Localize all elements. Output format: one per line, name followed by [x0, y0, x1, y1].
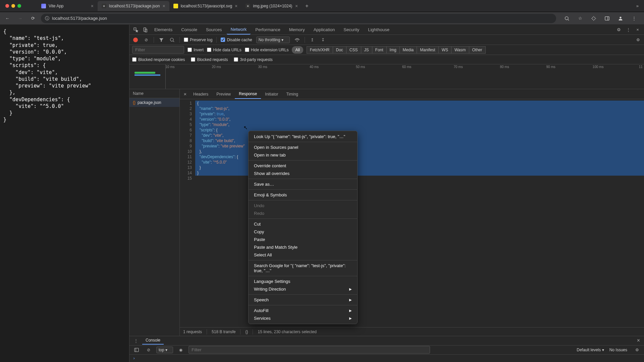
tab-img-jpeg[interactable]: ★ img.jpeg (1024×1024) ×: [241, 1, 302, 11]
ctx-paste[interactable]: Paste: [249, 236, 357, 243]
log-levels-select[interactable]: Default levels ▾: [577, 348, 604, 352]
live-expression-icon[interactable]: ◉: [176, 346, 185, 354]
blocked-requests-checkbox[interactable]: Blocked requests: [191, 57, 228, 62]
ctx-autofill[interactable]: AutoFill▶: [249, 307, 357, 314]
detail-tab-initiator[interactable]: Initiator: [261, 90, 282, 99]
profile-icon[interactable]: [616, 14, 625, 23]
network-conditions-icon[interactable]: [294, 37, 301, 43]
ctx-open-sources[interactable]: Open in Sources panel: [249, 143, 357, 151]
tab-network[interactable]: Network: [227, 25, 251, 35]
filter-type-ws[interactable]: WS: [438, 46, 451, 54]
tab-console[interactable]: Console: [177, 25, 201, 34]
zoom-icon[interactable]: [562, 14, 572, 23]
detail-tab-timing[interactable]: Timing: [282, 90, 302, 99]
record-button[interactable]: [132, 37, 139, 43]
expand-tabs-icon[interactable]: »: [634, 3, 641, 8]
tab-lighthouse[interactable]: Lighthouse: [364, 25, 393, 34]
search-icon[interactable]: [169, 37, 175, 43]
device-icon[interactable]: [141, 25, 150, 34]
column-name[interactable]: Name: [129, 89, 179, 98]
console-filter-input[interactable]: [189, 346, 430, 354]
page-content[interactable]: { "name": "test-js", "private": true, "v…: [0, 25, 129, 362]
upload-har-icon[interactable]: ↥: [309, 37, 316, 43]
tab-javascript-svg[interactable]: localhost:5173/javascript.svg ×: [169, 1, 242, 11]
ctx-writing[interactable]: Writing Direction▶: [249, 285, 357, 293]
filter-type-css[interactable]: CSS: [346, 46, 361, 54]
console-settings-icon[interactable]: ⚙: [633, 346, 641, 354]
filter-input[interactable]: [132, 46, 184, 54]
detail-tab-response[interactable]: Response: [235, 89, 261, 99]
filter-type-fetch[interactable]: Fetch/XHR: [307, 46, 333, 54]
window-minimize[interactable]: [11, 4, 15, 8]
close-drawer-icon[interactable]: ×: [635, 338, 642, 344]
ctx-open-tab[interactable]: Open in new tab: [249, 151, 357, 159]
console-clear-icon[interactable]: ⊘: [144, 346, 153, 354]
hide-extension-urls-checkbox[interactable]: Hide extension URLs: [245, 48, 289, 52]
tab-memory[interactable]: Memory: [285, 25, 309, 34]
ctx-lookup[interactable]: Look Up "{ "name": "test-js", "private":…: [249, 133, 357, 140]
invert-checkbox[interactable]: Invert: [187, 48, 204, 52]
request-item[interactable]: {} package.json: [129, 98, 179, 107]
preserve-log-checkbox[interactable]: Preserve log: [184, 38, 212, 42]
ctx-search-google[interactable]: Search Google for "{ "name": "test-js", …: [249, 262, 357, 275]
new-tab-button[interactable]: +: [302, 3, 312, 9]
ctx-speech[interactable]: Speech▶: [249, 296, 357, 304]
tab-vite-app[interactable]: Vite App ×: [37, 1, 98, 11]
blocked-cookies-checkbox[interactable]: Blocked response cookies: [132, 57, 185, 62]
tab-sources[interactable]: Sources: [202, 25, 226, 34]
filter-type-img[interactable]: Img: [386, 46, 399, 54]
throttle-select[interactable]: No throttling ▾: [256, 37, 290, 43]
filter-icon[interactable]: [158, 37, 165, 43]
nav-forward-button[interactable]: →: [15, 14, 25, 23]
filter-type-media[interactable]: Media: [399, 46, 417, 54]
tab-elements[interactable]: Elements: [150, 25, 176, 34]
ctx-emoji[interactable]: Emoji & Symbols: [249, 191, 357, 199]
ctx-paste-match[interactable]: Paste and Match Style: [249, 243, 357, 251]
more-icon[interactable]: ⋮: [624, 25, 633, 34]
console-context-select[interactable]: top ▾: [156, 347, 173, 353]
ctx-language[interactable]: Language Settings: [249, 278, 357, 285]
console-prompt[interactable]: ›: [129, 355, 644, 362]
filter-type-doc[interactable]: Doc: [333, 46, 346, 54]
tab-package-json[interactable]: ★ localhost:5173/package.json ×: [98, 1, 169, 11]
console-sidebar-icon[interactable]: [132, 346, 141, 354]
filter-type-js[interactable]: JS: [361, 46, 372, 54]
extensions-icon[interactable]: [589, 14, 598, 23]
close-icon[interactable]: ×: [91, 3, 94, 9]
ctx-cut[interactable]: Cut: [249, 220, 357, 228]
ctx-select-all[interactable]: Select All: [249, 251, 357, 259]
download-har-icon[interactable]: ↧: [320, 37, 326, 43]
filter-type-wasm[interactable]: Wasm: [451, 46, 469, 54]
drawer-tab-console[interactable]: Console: [142, 337, 164, 345]
menu-icon[interactable]: ⋮: [629, 14, 639, 23]
issues-count[interactable]: No Issues: [609, 348, 627, 352]
close-devtools-icon[interactable]: ×: [633, 25, 642, 34]
detail-tab-headers[interactable]: Headers: [189, 90, 212, 99]
ctx-copy[interactable]: Copy: [249, 228, 357, 236]
hide-data-urls-checkbox[interactable]: Hide data URLs: [207, 48, 241, 52]
clear-icon[interactable]: ⊘: [143, 37, 150, 43]
nav-back-button[interactable]: ←: [3, 14, 12, 23]
drawer-more-icon[interactable]: ⋮: [131, 336, 140, 345]
reload-button[interactable]: ⟳: [28, 14, 38, 23]
inspect-icon[interactable]: [131, 25, 140, 34]
third-party-checkbox[interactable]: 3rd-party requests: [234, 57, 272, 62]
ctx-show-overrides[interactable]: Show all overrides: [249, 170, 357, 177]
disable-cache-checkbox[interactable]: Disable cache: [221, 38, 252, 42]
tab-application[interactable]: Application: [310, 25, 339, 34]
address-bar[interactable]: ⓘ localhost:5173/package.json: [41, 14, 556, 23]
window-close[interactable]: [5, 4, 9, 8]
filter-type-other[interactable]: Other: [469, 46, 486, 54]
filter-type-all[interactable]: All: [292, 46, 303, 54]
detail-tab-preview[interactable]: Preview: [212, 90, 235, 99]
window-maximize[interactable]: [17, 4, 21, 8]
settings-icon[interactable]: ⚙: [614, 25, 623, 34]
close-icon[interactable]: ×: [162, 3, 165, 9]
network-settings-icon[interactable]: ⚙: [635, 37, 641, 43]
network-timeline[interactable]: 10 ms 20 ms 30 ms 40 ms 50 ms 60 ms 70 m…: [129, 64, 644, 89]
bookmark-icon[interactable]: ☆: [576, 14, 585, 23]
close-icon[interactable]: ×: [235, 3, 237, 9]
close-icon[interactable]: ×: [295, 3, 298, 9]
ctx-override[interactable]: Override content: [249, 162, 357, 170]
ctx-save-as[interactable]: Save as…: [249, 180, 357, 188]
